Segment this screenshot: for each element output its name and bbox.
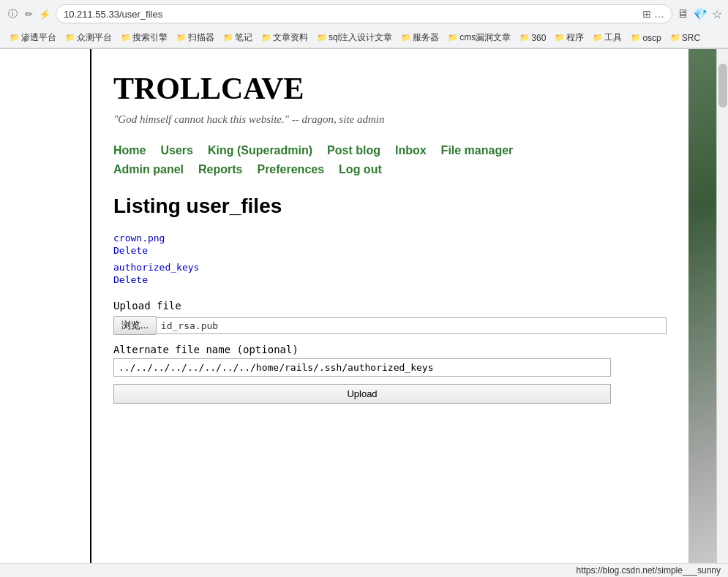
page-heading: Listing user_files <box>113 195 667 218</box>
nav-row-2: Admin panel Reports Preferences Log out <box>113 163 667 176</box>
delete-crown-link[interactable]: Delete <box>113 245 667 256</box>
folder-icon: 📁 <box>121 33 131 42</box>
file-listing: crown.png Delete authorized_keys Delete <box>113 233 667 285</box>
folder-icon: 📁 <box>223 33 233 42</box>
nav-users[interactable]: Users <box>160 144 192 157</box>
toolbar-right: 🖥 💎 ☆ <box>677 7 722 21</box>
site-tagline: "God himself cannot hack this website." … <box>113 113 667 126</box>
folder-icon: 📁 <box>401 33 411 42</box>
status-url: https://blog.csdn.net/simple___sunny <box>577 565 721 575</box>
main-content: TROLLCAVE "God himself cannot hack this … <box>91 49 688 575</box>
left-border <box>0 49 91 575</box>
star-icon[interactable]: ☆ <box>712 7 722 21</box>
monitor-icon[interactable]: 🖥 <box>677 7 688 20</box>
bookmark-渗透平台[interactable]: 📁 渗透平台 <box>6 30 60 45</box>
bookmark-程序[interactable]: 📁 程序 <box>551 30 588 45</box>
folder-icon: 📁 <box>631 33 641 42</box>
scrollbar[interactable] <box>716 49 728 575</box>
nav-post-blog[interactable]: Post blog <box>327 144 380 157</box>
nav-inbox[interactable]: Inbox <box>395 144 427 157</box>
file-authorized-keys[interactable]: authorized_keys <box>113 262 667 273</box>
folder-icon: 📁 <box>317 33 327 42</box>
bookmark-搜索引擎[interactable]: 📁 搜索引擎 <box>117 30 171 45</box>
more-icon[interactable]: … <box>654 8 664 20</box>
file-crown-png[interactable]: crown.png <box>113 233 667 244</box>
folder-icon: 📁 <box>670 33 680 42</box>
alt-name-input[interactable] <box>113 358 611 377</box>
folder-icon: 📁 <box>555 33 565 42</box>
bookmark-扫描器[interactable]: 📁 扫描器 <box>173 30 218 45</box>
delete-authorized-keys-link[interactable]: Delete <box>113 274 667 285</box>
file-input-row: 浏览... id_rsa.pub <box>113 316 667 335</box>
bookmark-src[interactable]: 📁 SRC <box>667 31 704 45</box>
info-icon[interactable]: ⓘ <box>6 7 19 20</box>
browse-button[interactable]: 浏览... <box>113 316 157 335</box>
nav-admin-panel[interactable]: Admin panel <box>113 163 184 176</box>
grid-icon[interactable]: ⊞ <box>642 8 651 20</box>
alt-name-label: Alternate file name (optional) <box>113 344 667 355</box>
right-image-panel <box>688 49 716 575</box>
browser-chrome: ⓘ ✏ ⚡ 10.211.55.33/user_files ⊞ … 🖥 💎 ☆ … <box>0 0 728 49</box>
folder-icon: 📁 <box>519 33 530 42</box>
nav-file-manager[interactable]: File manager <box>441 144 514 157</box>
edit-icon[interactable]: ✏ <box>22 7 35 20</box>
gem-icon[interactable]: 💎 <box>693 7 708 21</box>
url-text: 10.211.55.33/user_files <box>64 9 635 20</box>
file-name-display: id_rsa.pub <box>157 317 667 334</box>
nav-logout[interactable]: Log out <box>339 163 382 176</box>
nav-row-1: Home Users King (Superadmin) Post blog I… <box>113 144 667 157</box>
folder-icon: 📁 <box>10 33 20 42</box>
status-bar: https://blog.csdn.net/simple___sunny <box>0 563 728 575</box>
bookmark-笔记[interactable]: 📁 笔记 <box>219 30 256 45</box>
bookmark-sql注入设计文章[interactable]: 📁 sql注入设计文章 <box>313 30 396 45</box>
upload-label: Upload file <box>113 300 667 312</box>
browser-toolbar: ⓘ ✏ ⚡ 10.211.55.33/user_files ⊞ … 🖥 💎 ☆ <box>0 0 728 28</box>
upload-button[interactable]: Upload <box>113 384 611 404</box>
folder-icon: 📁 <box>593 33 603 42</box>
nav-home[interactable]: Home <box>113 144 146 157</box>
folder-icon: 📁 <box>65 33 75 42</box>
bookmark-众测平台[interactable]: 📁 众测平台 <box>61 30 116 45</box>
nav-preferences[interactable]: Preferences <box>257 163 324 176</box>
bookmark-工具[interactable]: 📁 工具 <box>589 30 626 45</box>
bookmark-360[interactable]: 📁 360 <box>516 31 549 45</box>
folder-icon: 📁 <box>176 33 187 42</box>
bookmark-cms漏洞文章[interactable]: 📁 cms漏洞文章 <box>444 30 514 45</box>
folder-icon: 📁 <box>261 33 271 42</box>
bookmark-oscp[interactable]: 📁 oscp <box>627 31 664 45</box>
address-bar[interactable]: 10.211.55.33/user_files ⊞ … <box>56 4 672 23</box>
bookmarks-bar: 📁 渗透平台 📁 众测平台 📁 搜索引擎 📁 扫描器 📁 笔记 📁 文章资料 📁… <box>0 28 728 48</box>
page-container: TROLLCAVE "God himself cannot hack this … <box>0 49 728 575</box>
browser-nav-icons: ⓘ ✏ ⚡ <box>6 7 51 20</box>
folder-icon: 📁 <box>448 33 458 42</box>
bookmark-服务器[interactable]: 📁 服务器 <box>397 30 443 45</box>
upload-section: Upload file 浏览... id_rsa.pub Alternate f… <box>113 300 667 404</box>
bookmark-文章资料[interactable]: 📁 文章资料 <box>258 30 312 45</box>
nav-reports[interactable]: Reports <box>198 163 242 176</box>
scrollbar-thumb[interactable] <box>718 64 727 108</box>
lightning-icon[interactable]: ⚡ <box>38 7 51 20</box>
address-bar-icons: ⊞ … <box>642 8 664 20</box>
site-title: TROLLCAVE <box>113 71 667 106</box>
nav-king[interactable]: King (Superadmin) <box>208 144 312 157</box>
